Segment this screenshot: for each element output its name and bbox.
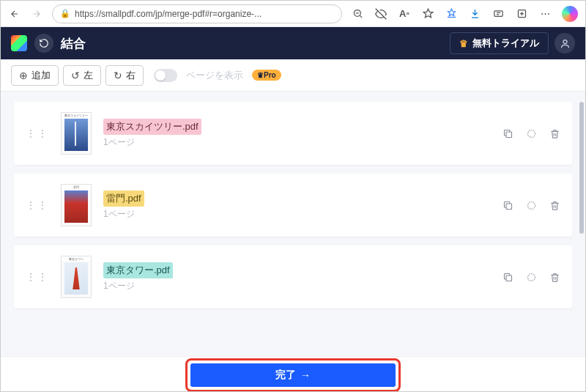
show-pages-toggle[interactable] bbox=[154, 69, 177, 82]
file-info: 雷門.pdf 1ページ bbox=[103, 191, 490, 221]
plus-icon: ⊕ bbox=[19, 70, 28, 81]
smallpdf-logo[interactable] bbox=[11, 35, 27, 51]
delete-button[interactable] bbox=[549, 271, 560, 283]
svg-rect-1 bbox=[494, 11, 502, 17]
downloads-icon[interactable] bbox=[468, 7, 481, 21]
url-text: https://smallpdf.com/jp/merge-pdf#r=orga… bbox=[75, 9, 262, 19]
browser-toolbar: 🔒 https://smallpdf.com/jp/merge-pdf#r=or… bbox=[1, 1, 585, 27]
rotate-left-button[interactable]: ↺左 bbox=[63, 65, 101, 86]
add-button[interactable]: ⊕追加 bbox=[11, 65, 59, 86]
page-title: 結合 bbox=[61, 35, 86, 52]
delete-button[interactable] bbox=[549, 199, 560, 211]
lock-icon: 🔒 bbox=[60, 9, 70, 18]
tracking-icon[interactable] bbox=[374, 7, 387, 21]
user-menu-button[interactable] bbox=[555, 33, 575, 53]
file-pages: 1ページ bbox=[103, 208, 490, 221]
file-row[interactable]: ⋮⋮ 東京タワー 東京タワー.pdf 1ページ bbox=[14, 245, 572, 308]
rotate-button[interactable] bbox=[525, 199, 537, 211]
favorite-icon[interactable] bbox=[421, 7, 434, 21]
svg-rect-6 bbox=[506, 204, 512, 210]
svg-point-3 bbox=[563, 40, 567, 43]
show-pages-label: ページを表示 bbox=[186, 69, 243, 82]
rotate-right-button[interactable]: ↻右 bbox=[105, 65, 144, 86]
forward-button[interactable] bbox=[30, 7, 43, 21]
file-thumbnail[interactable]: 東京タワー bbox=[61, 256, 92, 298]
file-thumbnail[interactable]: 東京スカイツリー bbox=[61, 112, 92, 155]
text-size-icon[interactable]: A» bbox=[398, 7, 411, 21]
file-thumbnail[interactable]: 雷門 bbox=[61, 184, 92, 226]
file-name[interactable]: 東京タワー.pdf bbox=[103, 262, 173, 278]
file-pages: 1ページ bbox=[103, 280, 490, 292]
footer: 完了 → bbox=[1, 356, 585, 392]
action-toolbar: ⊕追加 ↺左 ↻右 ページを表示 ♛Pro bbox=[1, 59, 585, 92]
back-button[interactable] bbox=[8, 7, 21, 21]
svg-point-9 bbox=[527, 273, 535, 281]
file-list: ⋮⋮ 東京スカイツリー 東京スカイツリー.pdf 1ページ ⋮⋮ 雷門 雷門.p… bbox=[1, 92, 585, 356]
favorites-bar-icon[interactable] bbox=[445, 7, 458, 21]
svg-point-7 bbox=[527, 201, 535, 209]
file-name[interactable]: 東京スカイツリー.pdf bbox=[103, 119, 201, 135]
file-row[interactable]: ⋮⋮ 雷門 雷門.pdf 1ページ bbox=[14, 174, 572, 237]
rotate-right-icon: ↻ bbox=[114, 70, 122, 81]
file-pages: 1ページ bbox=[103, 136, 490, 149]
rotate-left-icon: ↺ bbox=[71, 70, 80, 81]
crown-icon: ♛ bbox=[459, 38, 468, 49]
extensions-icon[interactable] bbox=[492, 7, 505, 21]
rotate-button[interactable] bbox=[525, 127, 537, 139]
file-info: 東京タワー.pdf 1ページ bbox=[103, 262, 490, 292]
svg-point-5 bbox=[527, 130, 535, 137]
zoom-out-icon[interactable] bbox=[351, 7, 364, 21]
drag-handle-icon[interactable]: ⋮⋮ bbox=[26, 199, 49, 211]
more-icon[interactable]: ⋯ bbox=[538, 7, 552, 21]
svg-rect-4 bbox=[506, 132, 512, 138]
file-info: 東京スカイツリー.pdf 1ページ bbox=[103, 119, 490, 149]
file-row[interactable]: ⋮⋮ 東京スカイツリー 東京スカイツリー.pdf 1ページ bbox=[14, 102, 572, 165]
drag-handle-icon[interactable]: ⋮⋮ bbox=[26, 127, 49, 139]
free-trial-button[interactable]: ♛無料トライアル bbox=[450, 32, 549, 54]
duplicate-button[interactable] bbox=[502, 271, 513, 283]
duplicate-button[interactable] bbox=[502, 199, 513, 211]
svg-rect-8 bbox=[506, 275, 512, 281]
file-name[interactable]: 雷門.pdf bbox=[103, 191, 144, 207]
app-header: 結合 ♛無料トライアル bbox=[1, 27, 585, 59]
duplicate-button[interactable] bbox=[502, 127, 513, 139]
delete-button[interactable] bbox=[549, 127, 560, 139]
scrollbar[interactable] bbox=[579, 102, 584, 307]
undo-button[interactable] bbox=[34, 34, 53, 53]
collections-icon[interactable] bbox=[515, 7, 528, 21]
rotate-button[interactable] bbox=[525, 271, 537, 283]
copilot-icon[interactable] bbox=[562, 6, 578, 22]
drag-handle-icon[interactable]: ⋮⋮ bbox=[26, 271, 49, 283]
pro-badge: ♛Pro bbox=[252, 70, 281, 81]
done-button[interactable]: 完了 → bbox=[190, 363, 396, 387]
highlight-frame: 完了 → bbox=[185, 358, 401, 392]
browser-actions: A» ⋯ bbox=[351, 6, 578, 22]
address-bar[interactable]: 🔒 https://smallpdf.com/jp/merge-pdf#r=or… bbox=[52, 4, 342, 23]
arrow-right-icon: → bbox=[300, 369, 311, 381]
